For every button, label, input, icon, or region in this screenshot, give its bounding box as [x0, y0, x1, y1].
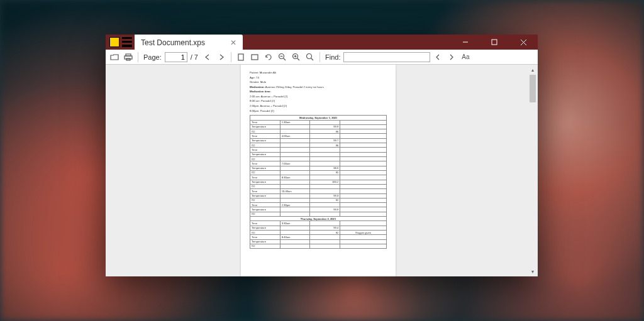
svg-rect-7	[238, 54, 243, 60]
scrollbar-thumb[interactable]	[530, 75, 536, 102]
svg-line-17	[311, 58, 314, 61]
doc-medtime: 2:00 am: Azomax + Panadol (2)	[250, 95, 387, 99]
scroll-up-button[interactable]: ▴	[528, 65, 538, 75]
minimize-button[interactable]	[451, 35, 480, 50]
doc-age: Age: 74	[250, 76, 387, 80]
page-total: / 7	[189, 53, 200, 61]
document-page: Patient: Muzamder Ali Age: 74 Gender: Ma…	[241, 65, 396, 276]
vitals-table: Wednesday, September 1, 2021Time1:30amTe…	[250, 115, 387, 249]
rotate-button[interactable]	[262, 51, 275, 63]
tab-close-icon[interactable]: ✕	[230, 38, 236, 47]
print-button[interactable]	[122, 51, 135, 63]
doc-medtime: 2:00pm: Azomax + Panadol (2)	[250, 104, 387, 108]
svg-rect-1	[492, 40, 497, 45]
zoom-out-button[interactable]	[276, 51, 289, 63]
close-button[interactable]	[509, 35, 538, 50]
doc-patient: Patient: Muzamder Ali	[250, 71, 387, 75]
svg-point-16	[307, 54, 312, 59]
find-next-button[interactable]	[445, 51, 458, 63]
doc-medication: Medication: Azomax 250mg 2/day, Panadol …	[250, 85, 387, 89]
open-file-button[interactable]	[108, 51, 121, 63]
app-window: Test Document.xps ✕ Page: / 7	[106, 35, 538, 276]
doc-medtime: 8:00 am: Panadol (2)	[250, 99, 387, 103]
app-icon[interactable]	[109, 37, 119, 47]
next-page-button[interactable]	[215, 51, 228, 63]
zoom-reset-button[interactable]	[304, 51, 316, 63]
doc-medtime-label: Medication time:	[250, 90, 387, 94]
svg-rect-8	[252, 55, 258, 60]
document-tab[interactable]: Test Document.xps ✕	[135, 35, 243, 50]
titlebar: Test Document.xps ✕	[106, 35, 538, 50]
fit-page-button[interactable]	[235, 51, 247, 63]
match-case-button[interactable]: Aa	[459, 51, 472, 63]
doc-gender: Gender: Male	[250, 80, 387, 84]
doc-medtime: 8:00pm: Panadol (2)	[250, 109, 387, 113]
tab-title: Test Document.xps	[141, 38, 205, 47]
document-viewport[interactable]: Patient: Muzamder Ali Age: 74 Gender: Ma…	[106, 65, 538, 276]
find-label: Find:	[323, 53, 342, 61]
fit-width-button[interactable]	[248, 51, 261, 63]
find-prev-button[interactable]	[431, 51, 444, 63]
prev-page-button[interactable]	[201, 51, 214, 63]
find-input[interactable]	[343, 52, 430, 62]
toolbar: Page: / 7 Find:	[106, 50, 538, 65]
page-label: Page:	[142, 53, 164, 61]
scroll-down-button[interactable]: ▾	[528, 266, 538, 276]
svg-line-10	[284, 58, 286, 61]
svg-line-13	[297, 58, 300, 61]
page-number-input[interactable]	[165, 52, 187, 62]
hamburger-menu-icon[interactable]	[122, 37, 132, 47]
maximize-button[interactable]	[480, 35, 509, 50]
zoom-in-button[interactable]	[290, 51, 303, 63]
